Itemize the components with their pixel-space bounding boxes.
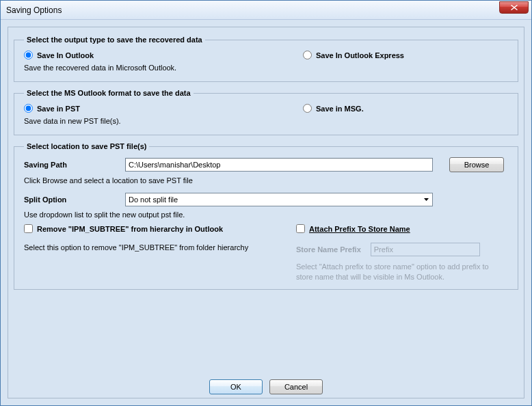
close-icon — [511, 5, 518, 10]
format-desc: Save data in new PST file(s). — [24, 117, 303, 125]
store-name-prefix-hint: Select "Attach prefix to store name" opt… — [296, 262, 501, 282]
group-format: Select the MS Outlook format to save the… — [14, 89, 518, 135]
dialog-window: Saving Options Select the output type to… — [0, 0, 532, 406]
radio-save-msg-input[interactable] — [303, 104, 312, 113]
group-output-type: Select the output type to save the recov… — [14, 36, 518, 82]
checkbox-remove-ipm-label: Remove "IPM_SUBTREE" from hierarchy in O… — [37, 225, 223, 233]
split-option-value: Do not split file — [129, 195, 178, 204]
store-name-prefix-input — [371, 243, 480, 256]
checkbox-remove-ipm-input[interactable] — [24, 224, 33, 233]
radio-save-msg-label: Save in MSG. — [316, 105, 364, 113]
radio-save-outlook-express-input[interactable] — [303, 51, 312, 59]
group-location: Select location to save PST file(s) Savi… — [14, 142, 518, 290]
group-location-legend: Select location to save PST file(s) — [24, 142, 149, 150]
radio-save-outlook-express-label: Save In Outlook Express — [316, 51, 404, 59]
chevron-down-icon — [421, 193, 432, 206]
output-type-desc: Save the recovered data in Microsoft Out… — [24, 64, 303, 72]
window-title: Saving Options — [6, 5, 62, 15]
radio-save-pst-label: Save in PST — [37, 105, 80, 113]
client-area: Select the output type to save the recov… — [1, 20, 531, 405]
radio-save-outlook[interactable]: Save In Outlook — [24, 51, 303, 59]
split-option-select[interactable]: Do not split file — [125, 193, 433, 206]
group-output-type-legend: Select the output type to save the recov… — [24, 36, 205, 44]
dialog-buttons: OK Cancel — [8, 379, 524, 394]
ok-button[interactable]: OK — [209, 379, 263, 394]
saving-path-label: Saving Path — [24, 161, 125, 169]
radio-save-pst[interactable]: Save in PST — [24, 104, 303, 113]
radio-save-pst-input[interactable] — [24, 104, 33, 113]
checkbox-remove-ipm[interactable]: Remove "IPM_SUBTREE" from hierarchy in O… — [24, 224, 296, 233]
split-hint: Use dropdown list to split the new outpu… — [24, 211, 508, 219]
close-button[interactable] — [499, 1, 529, 14]
checkbox-attach-prefix-input[interactable] — [296, 224, 305, 233]
split-option-label: Split Option — [24, 195, 125, 204]
radio-save-outlook-input[interactable] — [24, 51, 33, 59]
radio-save-msg[interactable]: Save in MSG. — [303, 104, 508, 113]
store-name-prefix-label: Store Name Prefix — [296, 245, 361, 254]
radio-save-outlook-label: Save In Outlook — [37, 51, 94, 59]
titlebar: Saving Options — [1, 1, 531, 20]
checkbox-attach-prefix[interactable]: Attach Prefix To Store Name — [296, 224, 508, 233]
group-format-legend: Select the MS Outlook format to save the… — [24, 89, 194, 97]
cancel-button[interactable]: Cancel — [269, 379, 323, 394]
saving-path-input[interactable] — [125, 158, 433, 172]
path-hint: Click Browse and select a location to sa… — [24, 176, 508, 185]
browse-button[interactable]: Browse — [449, 157, 504, 172]
radio-save-outlook-express[interactable]: Save In Outlook Express — [303, 51, 508, 59]
remove-ipm-desc: Select this option to remove "IPM_SUBTRE… — [24, 243, 250, 253]
checkbox-attach-prefix-label: Attach Prefix To Store Name — [309, 225, 410, 233]
main-panel: Select the output type to save the recov… — [8, 27, 524, 398]
